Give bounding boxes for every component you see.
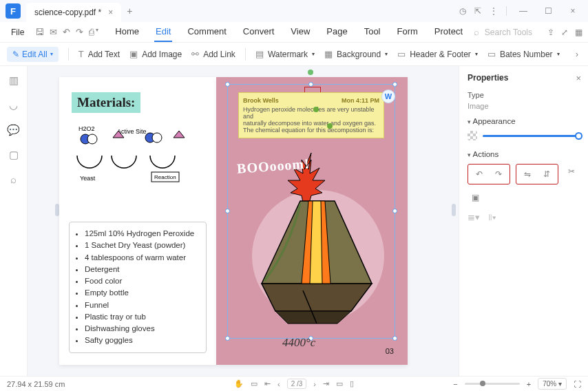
type-label: Type — [468, 91, 580, 99]
minimize-button[interactable]: — — [515, 3, 532, 19]
zoom-value[interactable]: 70% ▾ — [538, 378, 567, 390]
zoom-in-button[interactable]: + — [527, 380, 531, 388]
menu-comment[interactable]: Comment — [186, 22, 227, 42]
slider-track[interactable] — [483, 135, 580, 137]
header-footer-button[interactable]: ▭Header & Footer▾ — [397, 49, 478, 59]
edit-all-button[interactable]: ✎ Edit All ▾ — [7, 47, 59, 62]
last-page-icon[interactable]: ⇥ — [323, 379, 329, 388]
open-external-icon[interactable]: ⤢ — [561, 28, 568, 37]
note-body: Hydrogen peroxide molecules are very uns… — [243, 106, 379, 134]
print-icon[interactable]: ⎙ — [89, 27, 94, 37]
note-line: Hydrogen peroxide molecules are very uns… — [243, 106, 375, 120]
materials-list: 125ml 10% Hydrogen Peroxide 1 Sachet Dry… — [69, 222, 207, 353]
first-page-icon[interactable]: ⇤ — [264, 379, 271, 388]
distribute-button[interactable]: ⫴▾ — [488, 212, 496, 223]
list-item: Detergent — [85, 264, 199, 275]
flip-horizontal-button[interactable]: ⇋ — [520, 167, 535, 182]
page-current: 2 — [291, 380, 295, 388]
word-badge[interactable]: W — [381, 89, 395, 103]
maximize-button[interactable]: ☐ — [540, 3, 556, 19]
export-icon[interactable]: ⇪ — [547, 28, 554, 37]
list-item: 4 tablespoons of warm water — [85, 252, 199, 264]
header-footer-icon: ▭ — [397, 49, 406, 59]
rotate-handle[interactable] — [308, 70, 313, 75]
status-bar: 27.94 x 21.59 cm ✋ ▭ ⇤ ‹ 2 /3 › ⇥ ▭ ▯ − … — [0, 376, 588, 391]
zoom-thumb[interactable] — [480, 381, 485, 386]
page-input[interactable]: 2 /3 — [287, 379, 307, 389]
resize-handle[interactable] — [392, 82, 397, 87]
close-tab-icon[interactable]: × — [108, 8, 113, 17]
menu-file[interactable]: File — [6, 25, 30, 40]
attachment-icon[interactable]: ▢ — [9, 149, 19, 161]
redo-icon[interactable]: ↷ — [76, 27, 83, 37]
save-icon[interactable]: 🖫 — [35, 27, 44, 37]
menu-protect[interactable]: Protect — [433, 22, 464, 42]
align-button[interactable]: ≣▾ — [468, 212, 480, 223]
toolbar-overflow-button[interactable]: › — [573, 50, 581, 59]
add-image-button[interactable]: ▣Add Image — [129, 49, 182, 59]
text-icon: T — [78, 49, 84, 59]
undo-icon[interactable]: ↶ — [63, 27, 70, 37]
resize-handle[interactable] — [392, 209, 397, 213]
resize-handle[interactable] — [392, 336, 397, 341]
resize-handle[interactable] — [225, 82, 230, 87]
sticky-note[interactable]: Brook Wells Mon 4:11 PM Hydrogen peroxid… — [238, 92, 384, 138]
menu-edit[interactable]: Edit — [154, 22, 172, 42]
search-placeholder[interactable]: Search Tools — [485, 28, 532, 37]
resize-handle[interactable] — [225, 209, 230, 213]
document-tab[interactable]: science-copy.pdf * × — [26, 3, 121, 22]
select-tool-icon[interactable]: ▭ — [251, 379, 258, 388]
kebab-icon[interactable]: ⋮ — [490, 6, 498, 16]
hand-tool-icon[interactable]: ✋ — [234, 379, 244, 388]
thumbnails-icon[interactable]: ▥ — [9, 74, 19, 87]
fullscreen-icon[interactable]: ⛶ — [574, 380, 581, 388]
divider — [68, 48, 69, 61]
mail-icon[interactable]: ✉ — [50, 27, 57, 37]
fit-width-icon[interactable]: ▭ — [336, 379, 343, 388]
add-text-button[interactable]: TAdd Text — [78, 49, 120, 59]
cloud-icon[interactable]: ◷ — [459, 6, 466, 16]
close-panel-icon[interactable]: × — [576, 73, 581, 83]
bookmark-icon[interactable]: ◡ — [9, 99, 18, 112]
rotate-right-button[interactable]: ↷ — [491, 167, 506, 182]
image-icon: ▣ — [129, 49, 138, 59]
resize-handle[interactable] — [308, 82, 313, 87]
search-icon[interactable]: ⌕ — [474, 27, 479, 37]
grid-icon[interactable]: ▦ — [575, 28, 582, 37]
share-icon[interactable]: ⇱ — [474, 6, 481, 16]
watermark-button[interactable]: ▤Watermark▾ — [255, 49, 315, 59]
menu-view[interactable]: View — [289, 22, 311, 42]
fit-page-icon[interactable]: ▯ — [350, 379, 354, 388]
slider-thumb[interactable] — [575, 132, 582, 140]
right-panel-handle[interactable] — [452, 204, 456, 216]
zoom-slider[interactable] — [465, 383, 520, 385]
menu-form[interactable]: Form — [396, 22, 419, 42]
replace-image-button[interactable]: ▣ — [468, 190, 483, 205]
opacity-slider[interactable] — [468, 131, 580, 140]
resize-handle[interactable] — [225, 336, 230, 341]
appearance-section[interactable]: Appearance — [468, 117, 580, 125]
search-panel-icon[interactable]: ⌕ — [10, 173, 17, 185]
flip-vertical-button[interactable]: ⇵ — [539, 167, 554, 182]
add-link-button[interactable]: ⚯Add Link — [191, 49, 235, 59]
canvas[interactable]: Materials: H2O2 Active Site Yeast — [28, 66, 459, 376]
green-dot-icon — [327, 123, 333, 129]
actions-section[interactable]: Actions — [468, 150, 580, 158]
next-page-icon[interactable]: › — [313, 380, 316, 388]
crop-button[interactable]: ✂ — [564, 164, 579, 179]
edit-all-label: Edit All — [22, 50, 48, 59]
menu-convert[interactable]: Convert — [242, 22, 276, 42]
prev-page-icon[interactable]: ‹ — [277, 380, 280, 388]
close-window-button[interactable]: × — [565, 3, 581, 19]
menu-tool[interactable]: Tool — [363, 22, 382, 42]
comment-panel-icon[interactable]: 💬 — [7, 124, 20, 136]
menu-home[interactable]: Home — [114, 22, 140, 42]
type-value: Image — [468, 102, 580, 110]
print-dropdown-icon[interactable]: ▾ — [96, 27, 98, 37]
zoom-out-button[interactable]: − — [453, 380, 457, 388]
bates-number-button[interactable]: ▭Bates Number▾ — [487, 49, 560, 59]
background-button[interactable]: ▦Background▾ — [324, 49, 388, 59]
add-tab-button[interactable]: + — [127, 6, 132, 17]
rotate-left-button[interactable]: ↶ — [472, 167, 487, 182]
menu-page[interactable]: Page — [325, 22, 348, 42]
